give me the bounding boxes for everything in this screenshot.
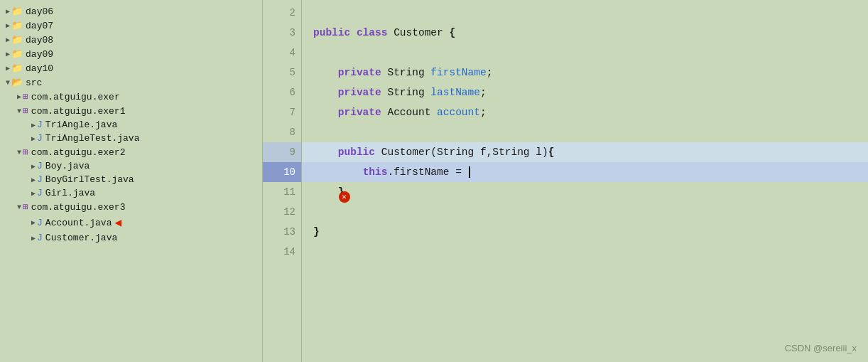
- tree-item-src[interactable]: ▼ 📂 src: [0, 75, 262, 90]
- indent: [313, 63, 338, 82]
- package-icon: ⊞: [23, 201, 28, 213]
- red-arrow-icon: ◀: [114, 215, 121, 230]
- tree-label: src: [26, 78, 42, 88]
- tree-item-exer3[interactable]: ▼ ⊞ com.atguigu.exer3: [0, 200, 262, 214]
- tree-label: day07: [26, 21, 53, 31]
- code-line-4: [302, 43, 868, 63]
- type-string: String: [387, 63, 430, 82]
- java-file-icon: J: [37, 233, 43, 243]
- line-2: 2: [263, 3, 301, 23]
- line-11: 11: [263, 182, 301, 202]
- tree-item-boygirltest[interactable]: ▶ J BoyGirlTest.java: [0, 173, 262, 186]
- semicolon: ;: [480, 82, 487, 102]
- code-line-12: [302, 202, 868, 222]
- code-line-13: }: [302, 222, 868, 242]
- field-firstname: firstName: [430, 63, 486, 82]
- code-line-9: public Customer(String f,String l){: [302, 142, 868, 162]
- tree-label: Boy.java: [45, 161, 89, 171]
- line-14: 14: [263, 242, 301, 262]
- tree-item-exer1[interactable]: ▼ ⊞ com.atguigu.exer1: [0, 104, 262, 118]
- package-icon: ⊞: [23, 147, 28, 158]
- semicolon: ;: [487, 63, 493, 82]
- tree-label: com.atguigu.exer2: [31, 147, 126, 158]
- tree-item-triangle[interactable]: ▶ J TriAngle.java: [0, 118, 262, 132]
- constructor: Customer(String f,String l): [381, 142, 548, 162]
- brace-open: {: [548, 142, 555, 162]
- tree-item-exer[interactable]: ▶ ⊞ com.atguigu.exer: [0, 90, 262, 104]
- arrow-right-icon: ▶: [6, 36, 10, 44]
- arrow-right-icon: ▶: [31, 134, 36, 143]
- keyword-private: private: [338, 102, 388, 122]
- arrow-right-icon: ▶: [6, 64, 10, 73]
- line-8: 8: [263, 122, 301, 142]
- tree-label: BoyGirlTest.java: [45, 174, 134, 185]
- code-line-8: [302, 122, 868, 142]
- code-line-14: [302, 242, 868, 262]
- keyword-this: this: [363, 162, 388, 182]
- java-file-icon: J: [37, 174, 43, 185]
- keyword-public: public: [338, 142, 381, 162]
- tree-item-triangletest[interactable]: ▶ J TriAngleTest.java: [0, 132, 262, 145]
- line-10: 10: [263, 162, 301, 182]
- keyword-class: class: [357, 23, 394, 43]
- indent: [313, 102, 338, 122]
- folder-icon: 📁: [11, 20, 23, 31]
- tree-item-day10[interactable]: ▶ 📁 day10: [0, 61, 262, 75]
- brace-open: {: [449, 23, 455, 43]
- tree-item-customer[interactable]: ▶ J Customer.java: [0, 231, 262, 245]
- arrow-down-icon: ▼: [6, 79, 10, 87]
- arrow-right-icon: ▶: [6, 50, 10, 58]
- error-indicator: ✕: [302, 166, 350, 226]
- arrow-right-icon: ▶: [6, 7, 10, 16]
- indent: [313, 82, 338, 102]
- line-6: 6: [263, 82, 301, 102]
- text-cursor: [469, 166, 470, 178]
- indent: [313, 142, 338, 162]
- arrow-right-icon: ▶: [31, 176, 36, 184]
- folder-icon: 📁: [11, 34, 23, 46]
- type-account: Account: [387, 102, 437, 122]
- code-line-11: }: [302, 182, 868, 202]
- folder-icon: 📁: [11, 63, 23, 74]
- code-line-2: [302, 3, 868, 23]
- tree-item-day06[interactable]: ▶ 📁 day06: [0, 4, 262, 18]
- editor-area: 2 3 4 5 6 7 8 9 10 11 12 13 14 public cl…: [263, 0, 868, 362]
- code-line-7: private Account account;: [302, 102, 868, 122]
- code-line-3: public class Customer {: [302, 23, 868, 43]
- tree-item-girl[interactable]: ▶ J Girl.java: [0, 186, 262, 200]
- keyword-private: private: [338, 82, 388, 102]
- tree-item-account[interactable]: ▶ J Account.java ◀: [0, 214, 262, 231]
- arrow-right-icon: ▶: [31, 218, 36, 227]
- error-dot-icon: ✕: [339, 191, 350, 203]
- arrow-right-icon: ▶: [6, 21, 10, 30]
- field-lastname: lastName: [430, 82, 480, 102]
- code-content[interactable]: public class Customer { private String f…: [302, 0, 868, 362]
- java-file-icon: J: [37, 133, 43, 144]
- folder-icon: 📁: [11, 6, 23, 17]
- src-folder-icon: 📂: [11, 77, 23, 88]
- arrow-down-icon: ▼: [17, 149, 21, 156]
- arrow-right-icon: ▶: [31, 162, 36, 171]
- tree-label: TriAngleTest.java: [45, 133, 140, 144]
- keyword-public: public: [313, 23, 357, 43]
- tree-label: day10: [26, 63, 53, 74]
- line-4: 4: [263, 43, 301, 63]
- line-12: 12: [263, 202, 301, 222]
- java-file-icon: J: [37, 218, 43, 228]
- tree-label: com.atguigu.exer3: [31, 202, 126, 213]
- arrow-down-icon: ▼: [17, 107, 21, 115]
- arrow-right-icon: ▶: [17, 92, 21, 101]
- tree-item-day09[interactable]: ▶ 📁 day09: [0, 47, 262, 61]
- tree-label: day09: [26, 49, 53, 60]
- tree-item-day08[interactable]: ▶ 📁 day08: [0, 33, 262, 47]
- tree-item-exer2[interactable]: ▼ ⊞ com.atguigu.exer2: [0, 145, 262, 159]
- line-7: 7: [263, 102, 301, 122]
- tree-label: Girl.java: [45, 188, 95, 198]
- code-line-5: private String firstName;: [302, 63, 868, 82]
- tree-item-boy[interactable]: ▶ J Boy.java: [0, 159, 262, 173]
- code-line-6: private String lastName;: [302, 82, 868, 102]
- tree-item-day07[interactable]: ▶ 📁 day07: [0, 18, 262, 33]
- line-13: 13: [263, 222, 301, 242]
- package-icon: ⊞: [23, 91, 28, 102]
- package-icon: ⊞: [23, 105, 28, 117]
